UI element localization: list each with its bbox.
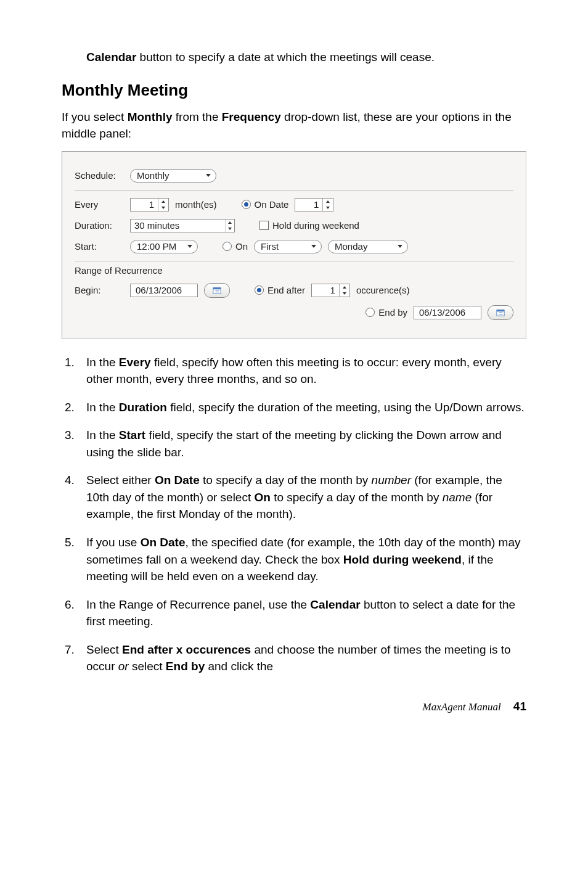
start-row: Start: 12:00 PM On First Monday bbox=[75, 240, 513, 253]
endafter-spinner[interactable]: 1 bbox=[311, 284, 350, 297]
on-label: On bbox=[235, 241, 248, 252]
duration-spinner[interactable]: 30 minutes bbox=[130, 219, 235, 232]
every-value: 1 bbox=[131, 199, 158, 211]
schedule-value: Monthly bbox=[137, 170, 169, 181]
step-1: In the Every field, specify how often th… bbox=[78, 354, 526, 388]
range-label: Range of Recurrence bbox=[75, 265, 513, 276]
every-unit: month(es) bbox=[175, 199, 217, 210]
spinner-icon bbox=[158, 199, 168, 211]
step-4: Select either On Date to specify a day o… bbox=[78, 472, 526, 523]
hold-weekend-checkbox[interactable]: Hold during weekend bbox=[259, 220, 359, 231]
start-value: 12:00 PM bbox=[137, 241, 176, 252]
t: End after x occurences bbox=[122, 643, 251, 656]
endby-calendar-button[interactable] bbox=[488, 305, 513, 320]
radio-off-icon bbox=[223, 242, 232, 251]
on-day-dropdown[interactable]: Monday bbox=[328, 240, 408, 253]
t: Duration bbox=[119, 401, 167, 414]
divider bbox=[75, 190, 513, 191]
spinner-icon bbox=[226, 220, 234, 232]
every-spinner[interactable]: 1 bbox=[130, 198, 169, 211]
begin-calendar-button[interactable] bbox=[204, 283, 230, 298]
t: On bbox=[255, 491, 271, 504]
t: Select bbox=[86, 643, 122, 656]
divider bbox=[75, 261, 513, 261]
t: to specify a day of the month by bbox=[200, 474, 372, 486]
hold-weekend-label: Hold during weekend bbox=[272, 220, 359, 231]
step-5: If you use On Date, the specified date (… bbox=[78, 534, 526, 585]
t: In the bbox=[86, 356, 119, 369]
step-2: In the Duration field, specify the durat… bbox=[78, 399, 526, 416]
radio-off-icon bbox=[365, 308, 375, 317]
lead-frequency: Frequency bbox=[222, 110, 281, 123]
spinner-icon bbox=[339, 284, 349, 297]
on-day-value: Monday bbox=[335, 241, 367, 252]
lead-mid: from the bbox=[173, 110, 222, 123]
endafter-radio[interactable]: End after bbox=[255, 285, 305, 295]
t: If you use bbox=[86, 536, 141, 549]
begin-date-value: 06/13/2006 bbox=[136, 285, 182, 295]
section-heading: Monthly Meeting bbox=[62, 81, 526, 100]
step-3: In the Start field, specify the start of… bbox=[78, 427, 526, 461]
lead-paragraph: If you select Monthly from the Frequency… bbox=[62, 109, 526, 142]
t: Start bbox=[119, 429, 145, 441]
t: select bbox=[129, 660, 166, 673]
checkbox-icon bbox=[259, 221, 269, 230]
svg-rect-5 bbox=[497, 310, 504, 311]
t: Select either bbox=[86, 474, 155, 486]
step-7: Select End after x occurences and choose… bbox=[78, 641, 526, 675]
schedule-dropdown[interactable]: Monthly bbox=[130, 169, 216, 183]
begin-label: Begin: bbox=[75, 285, 124, 295]
radio-on-icon bbox=[242, 200, 251, 209]
t: In the Range of Recurrence panel, use th… bbox=[86, 598, 310, 611]
t: Calendar bbox=[310, 598, 360, 611]
t: End by bbox=[166, 660, 205, 673]
t: name bbox=[443, 491, 472, 504]
endby-date-field[interactable]: 06/13/2006 bbox=[414, 306, 481, 319]
every-label: Every bbox=[75, 199, 124, 210]
endafter-unit: occurence(s) bbox=[356, 285, 410, 295]
duration-value: 30 minutes bbox=[131, 220, 226, 232]
start-label: Start: bbox=[75, 241, 124, 252]
schedule-label: Schedule: bbox=[75, 170, 124, 181]
t: Every bbox=[119, 356, 151, 369]
endby-date-value: 06/13/2006 bbox=[419, 307, 465, 318]
t: On Date bbox=[141, 536, 186, 549]
start-time-dropdown[interactable]: 12:00 PM bbox=[130, 240, 198, 253]
endafter-value: 1 bbox=[312, 284, 339, 297]
ondate-radio[interactable]: On Date bbox=[242, 199, 289, 210]
on-radio[interactable]: On bbox=[223, 241, 248, 252]
ondate-label: On Date bbox=[255, 199, 289, 210]
calendar-icon bbox=[213, 286, 221, 295]
schedule-row: Schedule: Monthly bbox=[75, 169, 513, 183]
ondate-value: 1 bbox=[295, 199, 322, 211]
endby-radio[interactable]: End by bbox=[365, 307, 407, 318]
chevron-down-icon bbox=[311, 245, 316, 248]
chevron-down-icon bbox=[206, 174, 211, 177]
on-ordinal-value: First bbox=[261, 241, 279, 252]
intro-paragraph: Calendar button to specify a date at whi… bbox=[86, 49, 526, 66]
chevron-down-icon bbox=[398, 245, 402, 248]
page-footer: MaxAgent Manual 41 bbox=[62, 700, 526, 713]
ondate-spinner[interactable]: 1 bbox=[295, 198, 333, 211]
chevron-down-icon bbox=[187, 245, 192, 248]
on-ordinal-dropdown[interactable]: First bbox=[254, 240, 322, 253]
calendar-icon bbox=[496, 308, 505, 317]
intro-rest: button to specify a date at which the me… bbox=[136, 51, 435, 64]
schedule-panel-screenshot: Schedule: Monthly Every 1 month(es) On D… bbox=[62, 151, 526, 339]
spinner-icon bbox=[322, 199, 333, 211]
t: On Date bbox=[155, 474, 200, 486]
steps-list: In the Every field, specify how often th… bbox=[62, 354, 526, 675]
begin-row: Begin: 06/13/2006 End after 1 occurence(… bbox=[75, 283, 513, 298]
lead-monthly: Monthly bbox=[128, 110, 173, 123]
duration-label: Duration: bbox=[75, 220, 124, 231]
endby-label: End by bbox=[378, 307, 407, 318]
t: Hold during weekend bbox=[343, 553, 462, 566]
radio-on-icon bbox=[255, 285, 264, 295]
begin-date-field[interactable]: 06/13/2006 bbox=[130, 284, 198, 297]
step-6: In the Range of Recurrence panel, use th… bbox=[78, 596, 526, 630]
t: field, specify the duration of the meeti… bbox=[167, 401, 525, 414]
t: to specify a day of the month by bbox=[271, 491, 443, 504]
lead-pre: If you select bbox=[62, 110, 128, 123]
svg-rect-1 bbox=[213, 287, 221, 289]
endafter-label: End after bbox=[267, 285, 305, 295]
